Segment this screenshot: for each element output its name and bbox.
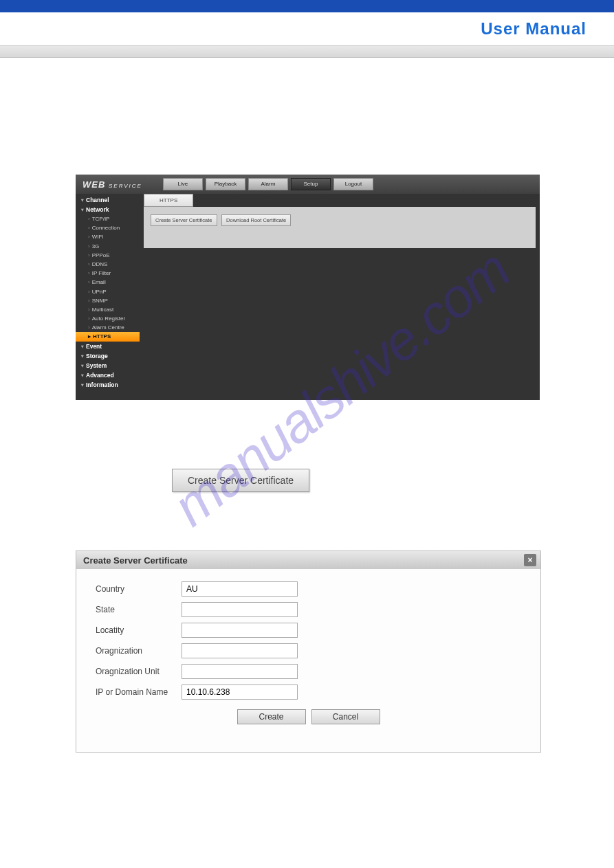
document-title: User Manual <box>481 19 586 38</box>
sidebar: Channel Network TCP/IP Connection WIFI 3… <box>76 194 140 400</box>
input-locality[interactable] <box>182 623 298 638</box>
divider-band <box>0 45 614 58</box>
sidebar-item-wifi[interactable]: WIFI <box>76 232 140 241</box>
tab-strip: HTTPS <box>144 194 536 207</box>
close-icon[interactable]: × <box>524 554 536 566</box>
dialog-title: Create Server Certificate <box>83 555 524 566</box>
label-state: State <box>96 605 182 614</box>
logo-main: WEB <box>83 179 105 190</box>
sidebar-cat-event[interactable]: Event <box>76 342 140 351</box>
input-country[interactable] <box>182 581 298 597</box>
page-header: User Manual <box>0 12 614 45</box>
sidebar-item-multicast[interactable]: Multicast <box>76 305 140 314</box>
label-organization: Oragnization <box>96 646 182 656</box>
nav-logout[interactable]: Logout <box>333 178 373 190</box>
sidebar-item-connection[interactable]: Connection <box>76 223 140 232</box>
sidebar-cat-system[interactable]: System <box>76 361 140 370</box>
dialog-titlebar: Create Server Certificate × <box>76 551 540 569</box>
sidebar-item-ddns[interactable]: DDNS <box>76 260 140 269</box>
create-button[interactable]: Create <box>237 709 306 724</box>
https-panel: Create Server Certificate Download Root … <box>144 207 536 248</box>
sidebar-item-3g[interactable]: 3G <box>76 242 140 251</box>
input-ip-domain[interactable] <box>182 685 298 700</box>
sidebar-item-email[interactable]: Email <box>76 278 140 287</box>
dialog-body: Country State Locatity Oragnization Orag… <box>76 569 540 752</box>
input-organization-unit[interactable] <box>182 664 298 679</box>
nav-alarm[interactable]: Alarm <box>248 178 288 190</box>
page-body: manualshive.com WEB SERVICE Live Playbac… <box>0 58 614 753</box>
sidebar-cat-network[interactable]: Network <box>76 205 140 214</box>
label-country: Country <box>96 584 182 594</box>
sidebar-cat-advanced[interactable]: Advanced <box>76 370 140 380</box>
top-blue-bar <box>0 0 614 12</box>
create-server-cert-button[interactable]: Create Server Certificate <box>151 214 217 226</box>
label-locality: Locatity <box>96 625 182 635</box>
tab-https[interactable]: HTTPS <box>144 194 193 207</box>
sidebar-cat-information[interactable]: Information <box>76 380 140 390</box>
sidebar-item-pppoe[interactable]: PPPoE <box>76 251 140 260</box>
sidebar-item-autoregister[interactable]: Auto Register <box>76 314 140 323</box>
label-ip-domain: IP or Domain Name <box>96 687 182 697</box>
sidebar-cat-channel[interactable]: Channel <box>76 195 140 205</box>
input-organization[interactable] <box>182 643 298 658</box>
app-window: WEB SERVICE Live Playback Alarm Setup Lo… <box>76 175 540 400</box>
content-area: HTTPS Create Server Certificate Download… <box>140 194 540 400</box>
create-certificate-dialog: Create Server Certificate × Country Stat… <box>76 550 541 753</box>
sidebar-item-upnp[interactable]: UPnP <box>76 287 140 296</box>
app-topbar: WEB SERVICE Live Playback Alarm Setup Lo… <box>76 175 540 194</box>
sidebar-item-tcpip[interactable]: TCP/IP <box>76 214 140 223</box>
input-state[interactable] <box>182 602 298 617</box>
download-root-cert-button[interactable]: Download Root Certificate <box>221 214 291 226</box>
nav-setup[interactable]: Setup <box>291 178 331 190</box>
label-organization-unit: Oragnization Unit <box>96 667 182 676</box>
logo-sub: SERVICE <box>109 183 142 189</box>
sidebar-item-alarmcentre[interactable]: Alarm Centre <box>76 323 140 332</box>
cancel-button[interactable]: Cancel <box>311 709 380 724</box>
app-logo: WEB SERVICE <box>83 179 142 190</box>
sidebar-item-https[interactable]: HTTPS <box>76 332 140 341</box>
sidebar-item-snmp[interactable]: SNMP <box>76 296 140 305</box>
sidebar-item-ipfilter[interactable]: IP Filter <box>76 269 140 278</box>
nav-live[interactable]: Live <box>163 178 203 190</box>
create-server-certificate-button-large[interactable]: Create Server Certificate <box>172 469 309 492</box>
nav-playback[interactable]: Playback <box>206 178 245 190</box>
sidebar-cat-storage[interactable]: Storage <box>76 351 140 361</box>
